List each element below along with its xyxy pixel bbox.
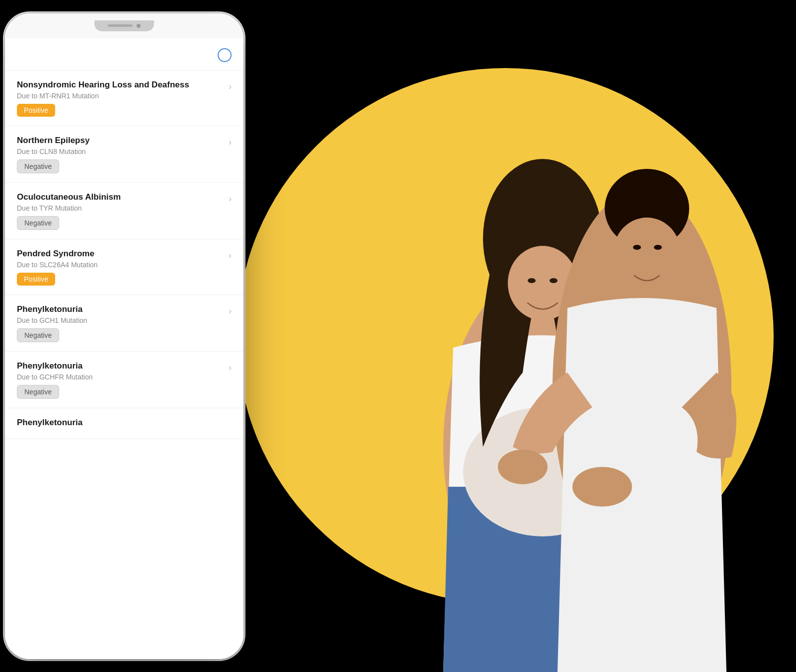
phone-body: Nonsyndromic Hearing Loss and Deafness D… <box>5 13 243 659</box>
notch-speaker <box>108 24 133 27</box>
item-name: Northern Epilepsy <box>17 135 225 146</box>
chevron-right-icon: › <box>229 194 232 204</box>
chevron-right-icon: › <box>229 250 232 261</box>
phone-notch-area <box>5 13 243 38</box>
item-mutation: Due to TYR Mutation <box>17 204 225 212</box>
item-content: Northern Epilepsy Due to CLN8 Mutation N… <box>17 135 225 173</box>
svg-point-6 <box>550 278 557 283</box>
status-badge: Negative <box>17 328 59 342</box>
item-content: Phenylketonuria Due to GCHFR Mutation Ne… <box>17 361 225 399</box>
status-badge: Positive <box>17 104 55 117</box>
phone-notch <box>94 20 154 31</box>
item-name: Pendred Syndrome <box>17 248 225 259</box>
item-mutation: Due to CLN8 Mutation <box>17 148 225 155</box>
phone-mockup: Nonsyndromic Hearing Loss and Deafness D… <box>5 13 243 659</box>
item-content: Oculocutaneous Albinism Due to TYR Mutat… <box>17 192 225 230</box>
svg-point-8 <box>498 449 548 484</box>
couple-photo-container <box>254 0 796 672</box>
svg-point-14 <box>654 245 662 250</box>
item-content: Phenylketonuria Due to GCH1 Mutation Neg… <box>17 304 225 342</box>
list-item[interactable]: Phenylketonuria Due to GCH1 Mutation Neg… <box>5 295 243 352</box>
svg-point-12 <box>613 218 681 289</box>
chevron-right-icon: › <box>229 306 232 316</box>
item-mutation: Due to SLC26A4 Mutation <box>17 261 225 269</box>
item-content: Phenylketonuria <box>17 417 232 430</box>
conditions-list: Nonsyndromic Hearing Loss and Deafness D… <box>5 71 243 440</box>
item-name: Phenylketonuria <box>17 417 232 428</box>
couple-svg <box>354 0 796 672</box>
chevron-right-icon: › <box>229 363 232 373</box>
list-item[interactable]: Oculocutaneous Albinism Due to TYR Mutat… <box>5 183 243 239</box>
phone-content: Nonsyndromic Hearing Loss and Deafness D… <box>5 38 243 659</box>
svg-point-5 <box>528 278 536 283</box>
status-badge: Negative <box>17 159 59 173</box>
list-item[interactable]: Northern Epilepsy Due to CLN8 Mutation N… <box>5 126 243 183</box>
item-name: Nonsyndromic Hearing Loss and Deafness <box>17 79 225 90</box>
status-badge: Negative <box>17 385 59 399</box>
item-name: Phenylketonuria <box>17 304 225 315</box>
list-item[interactable]: Phenylketonuria <box>5 408 243 439</box>
item-mutation: Due to GCHFR Mutation <box>17 373 225 381</box>
item-name: Phenylketonuria <box>17 361 225 372</box>
app-header <box>5 38 243 71</box>
notch-camera <box>137 24 141 28</box>
status-badge: Positive <box>17 273 55 286</box>
list-item[interactable]: Nonsyndromic Hearing Loss and Deafness D… <box>5 71 243 126</box>
status-badge: Negative <box>17 216 59 230</box>
info-button[interactable] <box>218 48 232 62</box>
scene: Nonsyndromic Hearing Loss and Deafness D… <box>0 0 796 672</box>
chevron-right-icon: › <box>229 81 232 92</box>
chevron-right-icon: › <box>229 137 232 148</box>
list-item[interactable]: Phenylketonuria Due to GCHFR Mutation Ne… <box>5 352 243 408</box>
svg-point-13 <box>633 245 641 250</box>
item-name: Oculocutaneous Albinism <box>17 192 225 203</box>
list-item[interactable]: Pendred Syndrome Due to SLC26A4 Mutation… <box>5 239 243 295</box>
item-content: Nonsyndromic Hearing Loss and Deafness D… <box>17 79 225 117</box>
item-mutation: Due to GCH1 Mutation <box>17 316 225 324</box>
svg-point-9 <box>572 467 632 507</box>
item-mutation: Due to MT-RNR1 Mutation <box>17 92 225 100</box>
item-content: Pendred Syndrome Due to SLC26A4 Mutation… <box>17 248 225 286</box>
